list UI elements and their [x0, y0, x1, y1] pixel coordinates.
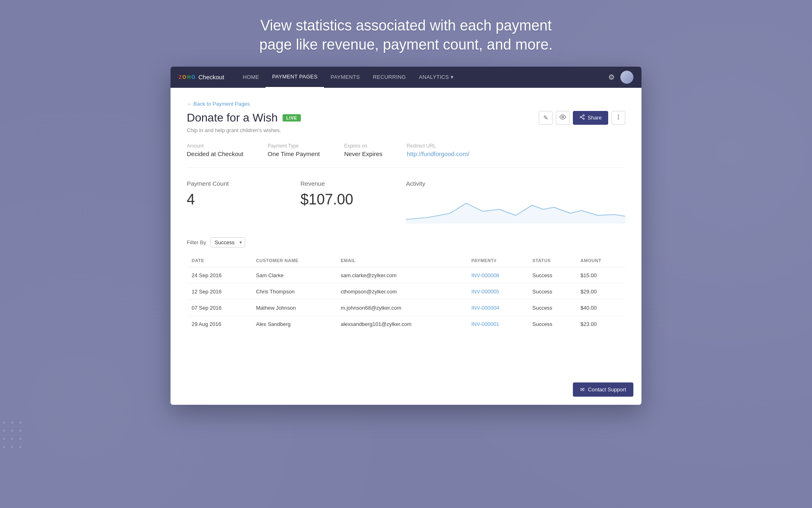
svg-point-9 [3, 446, 5, 448]
svg-point-1 [11, 421, 13, 424]
info-payment-type: Payment Type One Time Payment [268, 143, 320, 158]
preview-button[interactable] [556, 111, 570, 125]
redirect-value[interactable]: http://fundforgood.com/ [407, 150, 469, 157]
cell-email: sam.clarke@zylker.com [336, 267, 466, 283]
cell-customer-name: Mathew Johnson [251, 300, 336, 316]
brand-name: Checkout [199, 74, 224, 80]
redirect-label: Redirect URL [407, 143, 469, 149]
col-status: STATUS [527, 254, 576, 267]
cell-status: Success [527, 267, 576, 283]
brand: ZOHO Checkout [179, 74, 224, 80]
hero-title: View statistics associated with each pay… [244, 16, 568, 54]
payment-link[interactable]: INV-000004 [471, 305, 499, 311]
cell-payment-num: INV-000001 [466, 316, 527, 332]
nav-recurring[interactable]: RECURRING [366, 67, 412, 88]
page-subtitle: Chip in and help grant children's wishes… [187, 127, 625, 133]
col-customer-name: CUSTOMER NAME [251, 254, 336, 267]
svg-point-15 [583, 118, 585, 119]
svg-point-2 [19, 421, 22, 424]
activity-chart [406, 191, 625, 224]
logo-z: Z [179, 74, 181, 80]
svg-point-18 [618, 117, 618, 117]
page-header: Donate for a Wish LIVE ✎ [187, 111, 625, 125]
filter-label: Filter By [187, 239, 206, 245]
settings-icon[interactable]: ⚙ [608, 73, 615, 82]
cell-payment-num: INV-000008 [466, 267, 527, 283]
amount-label: Amount [187, 143, 243, 149]
filter-select[interactable]: Success Failed All [210, 237, 245, 247]
cell-email: alexsandberg101@zylker.com [336, 316, 466, 332]
activity-block: Activity [406, 180, 625, 225]
logo-o2: O [191, 74, 195, 80]
hero-section: View statistics associated with each pay… [244, 16, 568, 54]
share-button[interactable]: Share [573, 111, 608, 125]
nav-home[interactable]: HOME [236, 67, 266, 88]
back-link[interactable]: ← Back to Payment Pages [187, 101, 250, 107]
svg-point-20 [618, 119, 618, 119]
contact-support-label: Contact Support [588, 386, 626, 393]
eye-icon [559, 114, 566, 122]
navbar: ZOHO Checkout HOME PAYMENT PAGES PAYMENT… [171, 67, 641, 88]
cell-customer-name: Chris Thompson [251, 283, 336, 300]
nav-links: HOME PAYMENT PAGES PAYMENTS RECURRING AN… [236, 67, 608, 88]
col-amount: AMOUNT [576, 254, 625, 267]
analytics-dropdown-icon: ▾ [451, 74, 454, 80]
col-date: DATE [187, 254, 251, 267]
cell-amount: $15.00 [576, 267, 625, 283]
svg-line-17 [581, 116, 583, 117]
info-redirect: Redirect URL http://fundforgood.com/ [407, 143, 469, 158]
amount-value: Decided at Checkout [187, 150, 243, 157]
live-badge: LIVE [283, 114, 300, 122]
payment-count-value: 4 [187, 191, 268, 208]
payment-link[interactable]: INV-000005 [471, 289, 499, 295]
more-button[interactable] [611, 111, 625, 125]
payment-link[interactable]: INV-000008 [471, 272, 499, 278]
page-title-row: Donate for a Wish LIVE [187, 111, 301, 124]
svg-point-5 [19, 430, 22, 432]
stat-revenue: Revenue $107.00 [300, 180, 382, 208]
cell-customer-name: Alex Sandberg [251, 316, 336, 332]
info-amount: Amount Decided at Checkout [187, 143, 243, 158]
revenue-label: Revenue [300, 180, 382, 187]
nav-payments[interactable]: PAYMENTS [324, 67, 366, 88]
logo-h: H [187, 74, 191, 80]
edit-button[interactable]: ✎ [539, 111, 553, 125]
stat-payment-count: Payment Count 4 [187, 180, 268, 208]
svg-point-12 [562, 116, 564, 118]
nav-analytics[interactable]: ANALYTICS ▾ [412, 67, 460, 88]
expires-value: Never Expires [344, 150, 382, 157]
cell-payment-num: INV-000004 [466, 300, 527, 316]
share-label: Share [587, 115, 602, 121]
svg-point-11 [19, 446, 22, 448]
info-expires: Expires on Never Expires [344, 143, 382, 158]
svg-point-10 [11, 446, 13, 448]
table-header: DATE CUSTOMER NAME EMAIL PAYMENT# STATUS… [187, 254, 625, 267]
svg-line-16 [581, 117, 583, 118]
col-email: EMAIL [336, 254, 466, 267]
main-content: ← Back to Payment Pages Donate for a Wis… [171, 88, 641, 405]
contact-support-button[interactable]: ✉ Contact Support [573, 382, 633, 397]
svg-point-19 [618, 115, 618, 115]
payment-link[interactable]: INV-000001 [471, 321, 499, 327]
payment-type-label: Payment Type [268, 143, 320, 149]
contact-support-icon: ✉ [580, 386, 585, 393]
table-row: 24 Sep 2016 Sam Clarke sam.clarke@zylker… [187, 267, 625, 283]
cell-amount: $29.00 [576, 283, 625, 300]
cell-amount: $40.00 [576, 300, 625, 316]
share-icon [579, 114, 585, 121]
cell-date: 24 Sep 2016 [187, 267, 251, 283]
cell-date: 07 Sep 2016 [187, 300, 251, 316]
filter-row: Filter By Success Failed All [187, 237, 625, 247]
activity-label: Activity [406, 180, 625, 187]
svg-point-4 [11, 430, 13, 432]
svg-point-6 [3, 438, 5, 440]
payment-type-value: One Time Payment [268, 150, 320, 157]
filter-select-wrapper[interactable]: Success Failed All [210, 237, 245, 247]
avatar[interactable] [620, 71, 633, 84]
svg-point-14 [580, 116, 582, 118]
cell-email: cthompson@zylker.com [336, 283, 466, 300]
cell-status: Success [527, 300, 576, 316]
app-window: ZOHO Checkout HOME PAYMENT PAGES PAYMENT… [171, 67, 641, 405]
cell-status: Success [527, 283, 576, 300]
nav-payment-pages[interactable]: PAYMENT PAGES [266, 67, 324, 88]
